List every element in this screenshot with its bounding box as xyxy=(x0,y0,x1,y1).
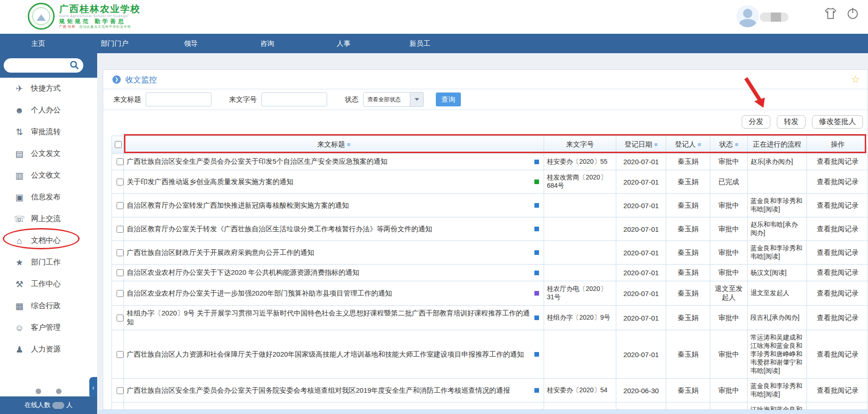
row-checkbox[interactable] xyxy=(117,158,124,165)
sidebar-item-客户管理[interactable]: ☺客户管理 xyxy=(0,317,97,339)
view-approval-record-link[interactable]: 查看批阅记录 xyxy=(817,268,859,276)
转发-button[interactable]: 转发 xyxy=(777,115,806,129)
sort-icon[interactable]: ≡ xyxy=(698,141,701,148)
status-select[interactable]: 查看全部状态 xyxy=(363,92,424,107)
main-nav: 主页部门门户领导咨询人事新员工 xyxy=(0,34,868,53)
column-header-登记人[interactable]: 登记人≡ xyxy=(666,136,710,154)
view-approval-record-link[interactable]: 查看批阅记录 xyxy=(817,350,859,358)
nav-item-咨询[interactable]: 咨询 xyxy=(229,39,305,48)
row-checkbox[interactable] xyxy=(117,226,124,233)
nav-item-主页[interactable]: 主页 xyxy=(0,39,76,48)
column-header-label: 登记人 xyxy=(675,140,696,148)
row-checkbox[interactable] xyxy=(117,351,124,358)
row-checkbox[interactable] xyxy=(117,387,124,394)
sort-icon[interactable]: ≡ xyxy=(347,141,351,148)
document-title-link[interactable]: 广西壮族自治区安全生产委员会办公室关于国务院安委会考核巡查组对我区2019年度安… xyxy=(127,386,534,395)
view-approval-record-link[interactable]: 查看批阅记录 xyxy=(817,289,859,297)
sidebar-item-个人办公[interactable]: ☻个人办公 xyxy=(0,99,97,121)
sidebar-item-部门工作[interactable]: ★部门工作 xyxy=(0,252,97,273)
app-window: 广西桂林农业学校 Gulin Agricultural School Of Gu… xyxy=(0,0,868,414)
分发-button[interactable]: 分发 xyxy=(742,115,770,129)
document-title-link[interactable]: 广西壮族自治区安全生产委员会办公室关于印发5个自治区生产安全类应急预案的通知 xyxy=(127,157,534,166)
view-approval-record-link[interactable]: 查看批阅记录 xyxy=(817,178,859,185)
view-approval-record-link[interactable]: 查看批阅记录 xyxy=(817,314,859,321)
sidebar-item-网上交流[interactable]: ☏网上交流 xyxy=(0,208,97,230)
chevron-down-icon[interactable] xyxy=(410,93,423,106)
sort-icon[interactable]: ≡ xyxy=(735,141,738,148)
sidebar-item-快捷方式[interactable]: ✈快捷方式 xyxy=(0,78,97,99)
document-title-cell: 自治区农业农村厅办公室关于进一步加强2020年部门预算补助市县项目管理工作的通知 xyxy=(124,281,544,306)
filter-title-input[interactable] xyxy=(146,93,211,106)
document-title-link[interactable]: 自治区农业农村厅办公室关于进一步加强2020年部门预算补助市县项目管理工作的通知 xyxy=(127,289,534,298)
view-approval-record-link[interactable]: 查看批阅记录 xyxy=(817,386,859,394)
filter-docno-input[interactable] xyxy=(261,93,327,106)
row-checkbox[interactable] xyxy=(117,179,124,185)
pager-dot[interactable] xyxy=(56,389,62,394)
nav-item-部门门户[interactable]: 部门门户 xyxy=(76,39,153,48)
column-header-来文标题[interactable]: 来文标题≡ xyxy=(124,136,544,154)
row-checkbox[interactable] xyxy=(117,202,124,209)
row-checkbox[interactable] xyxy=(117,269,124,276)
horizontal-scrollbar[interactable] xyxy=(98,410,868,414)
view-approval-record-link[interactable]: 查看批阅记录 xyxy=(817,201,859,209)
sidebar-item-信息发布[interactable]: ▣信息发布 xyxy=(0,186,97,208)
document-title-link[interactable]: 自治区农业农村厅办公室关于下达2020 年公共机构能源资源消费指标的通知 xyxy=(127,268,534,277)
header-checkbox-cell xyxy=(112,136,124,154)
query-button[interactable]: 查询 xyxy=(436,93,461,106)
sort-icon[interactable]: ≡ xyxy=(654,141,658,148)
row-checkbox[interactable] xyxy=(117,249,124,256)
row-checkbox[interactable] xyxy=(117,290,124,297)
sidebar-search-input[interactable] xyxy=(10,61,67,68)
sidebar-item-审批流转[interactable]: ⇅审批流转 xyxy=(0,121,97,143)
pager-dot[interactable] xyxy=(36,389,41,394)
column-header-状态[interactable]: 状态≡ xyxy=(710,136,748,154)
operation-cell: 查看批阅记录 xyxy=(807,330,868,379)
document-title-link[interactable]: 自治区教育厅办公室关于转发《广西壮族自治区生活垃圾分类工作考核暂行办法》等两份文… xyxy=(127,225,534,234)
document-table: 来文标题≡来文字号登记日期≡登记人≡状态≡正在进行的流程操作 广西壮族自治区安全… xyxy=(112,136,868,414)
row-checkbox[interactable] xyxy=(117,315,124,321)
school-footnote: 广西·桂林自治区重点示范性中等职业学校 xyxy=(59,25,141,29)
logout-power-icon[interactable] xyxy=(846,6,860,20)
document-title-link[interactable]: 广西壮族自治区财政厅关于开展政府采购意向公开工作的通知 xyxy=(127,248,534,257)
修改签批人-button[interactable]: 修改签批人 xyxy=(812,115,863,129)
sidebar-item-label: 快捷方式 xyxy=(31,84,61,93)
sidebar-item-label: 人力资源 xyxy=(31,345,61,354)
school-name: 广西桂林农业学校 xyxy=(59,4,141,14)
operation-cell: 查看批阅记录 xyxy=(807,194,868,217)
registrant-cell: 秦玉娟 xyxy=(666,265,710,281)
sidebar-item-综合行政[interactable]: ▦综合行政 xyxy=(0,295,97,317)
flow-cell: 常运涛和吴建成和江咏海和蓝金良和李珍秀和唐峥峥和韦爱群和谢肇宁和韦晗[阅读] xyxy=(748,330,807,379)
registrant-cell: 秦玉娟 xyxy=(666,154,710,170)
document-title-link[interactable]: 广西壮族自治区人力资源和社会保障厅关于做好2020年国家级高技能人才培训基地和技… xyxy=(127,350,534,359)
view-approval-record-link[interactable]: 查看批阅记录 xyxy=(817,157,859,165)
view-approval-record-link[interactable]: 查看批阅记录 xyxy=(817,248,859,256)
nav-item-领导[interactable]: 领导 xyxy=(153,39,229,48)
favorite-star-icon[interactable]: ☆ xyxy=(851,74,860,86)
user-avatar[interactable] xyxy=(737,5,759,27)
document-title-link[interactable]: 桂组办字〔2020〕9号 关于开展学习贯彻习近平新时代中国特色社会主义思想好课程… xyxy=(127,309,534,327)
sidebar-collapse-button[interactable]: ‹ xyxy=(89,377,97,398)
sidebar-item-工作中心[interactable]: ⚒工作中心 xyxy=(0,273,97,295)
select-all-checkbox[interactable] xyxy=(115,141,122,148)
document-title-link[interactable]: 自治区教育厅办公室转发广西加快推进新冠病毒核酸检测实施方案的通知 xyxy=(127,201,534,210)
nav-item-新员工[interactable]: 新员工 xyxy=(382,39,458,48)
document-title-link[interactable]: 关于印发广西推动返乡创业高质量发展实施方案的通知 xyxy=(127,178,534,186)
sidebar-item-label: 客户管理 xyxy=(31,323,61,333)
operation-cell: 查看批阅记录 xyxy=(807,170,868,194)
sidebar-item-label: 文档中心 xyxy=(31,236,61,246)
view-approval-record-link[interactable]: 查看批阅记录 xyxy=(817,225,859,233)
operation-cell: 查看批阅记录 xyxy=(807,379,868,402)
column-header-登记日期[interactable]: 登记日期≡ xyxy=(616,136,666,154)
document-title-cell: 自治区教育厅办公室关于转发《广西壮族自治区生活垃圾分类工作考核暂行办法》等两份文… xyxy=(124,217,544,241)
school-logo-text: 广西桂林农业学校 Gulin Agricultural School Of Gu… xyxy=(59,4,141,29)
theme-shirt-icon[interactable] xyxy=(824,6,837,20)
search-icon[interactable] xyxy=(69,60,80,70)
registrant-cell: 秦玉娟 xyxy=(666,330,710,379)
nav-item-人事[interactable]: 人事 xyxy=(305,39,382,48)
sidebar-item-公文收文[interactable]: ▥公文收文 xyxy=(0,165,97,186)
sidebar-item-公文发文[interactable]: ▤公文发文 xyxy=(0,143,97,165)
sidebar-item-文档中心[interactable]: ⌂文档中心 xyxy=(0,230,97,252)
status-cell: 已完成 xyxy=(710,170,748,194)
row-checkbox-cell xyxy=(112,265,124,281)
sidebar-item-人力资源[interactable]: ♟人力资源 xyxy=(0,339,97,360)
